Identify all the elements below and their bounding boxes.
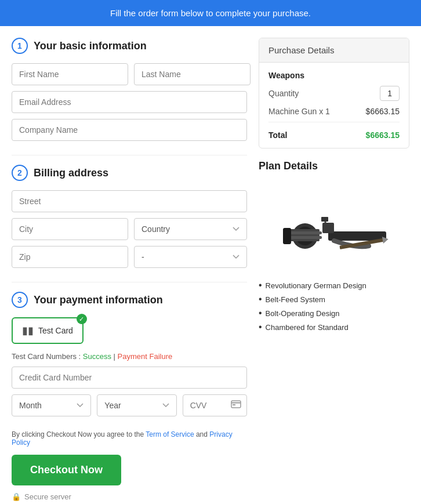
item-name: Machine Gun x 1	[268, 107, 330, 116]
payment-header: 3 Your payment information	[12, 292, 247, 308]
item-price: $6663.15	[366, 107, 400, 116]
cvv-wrapper	[183, 394, 247, 416]
quantity-value[interactable]: 1	[380, 86, 400, 101]
quantity-label: Quantity	[268, 89, 299, 98]
svg-rect-12	[322, 223, 334, 233]
purchase-details-body: Weapons Quantity 1 Machine Gun x 1 $6663…	[259, 63, 409, 148]
card-option-button[interactable]: ▮▮ Test Card ✓	[12, 317, 84, 344]
city-country-row: Country United States United Kingdom Ger…	[12, 218, 247, 240]
city-input[interactable]	[12, 218, 128, 240]
secure-label: Secure server	[24, 492, 71, 501]
last-name-input[interactable]	[134, 63, 251, 85]
email-row	[12, 91, 247, 113]
month-select[interactable]: Month 01 02 03 12	[12, 394, 91, 416]
section-number-1: 1	[12, 38, 28, 54]
tos-link[interactable]: Term of Service	[146, 430, 194, 438]
plan-details-section: Plan Details	[259, 160, 409, 332]
basic-info-header: 1 Your basic information	[12, 38, 247, 54]
basic-info-title: Your basic information	[34, 40, 147, 52]
credit-card-icon: ▮▮	[22, 324, 34, 337]
plan-feature-item: Chambered for Standard	[259, 322, 409, 332]
svg-rect-14	[321, 217, 328, 222]
svg-rect-9	[290, 231, 322, 234]
plan-features-list: Revolutionary German DesignBelt-Feed Sys…	[259, 280, 409, 332]
billing-section: 2 Billing address Country United States …	[12, 165, 247, 268]
svg-rect-11	[283, 228, 291, 244]
secure-info: 🔒 Secure server	[12, 492, 247, 501]
svg-rect-2	[233, 404, 235, 405]
country-select[interactable]: Country United States United Kingdom Ger…	[134, 218, 247, 240]
svg-rect-0	[231, 401, 241, 408]
first-name-input[interactable]	[12, 63, 128, 85]
checkout-button[interactable]: Checkout Now	[12, 455, 121, 485]
email-input[interactable]	[12, 91, 247, 113]
total-label: Total	[268, 130, 287, 140]
plan-details-title: Plan Details	[259, 160, 409, 172]
test-card-label: Test Card Numbers :	[12, 352, 81, 361]
purchase-details-card: Purchase Details Weapons Quantity 1 Mach…	[259, 38, 409, 148]
plan-feature-item: Revolutionary German Design	[259, 280, 409, 291]
cvv-card-icon	[231, 400, 241, 411]
plan-feature-item: Bolt-Operating Design	[259, 308, 409, 318]
failure-link[interactable]: Payment Failure	[118, 352, 173, 361]
item-row: Machine Gun x 1 $6663.15	[268, 107, 400, 122]
success-link[interactable]: Success	[83, 352, 111, 361]
section-number-3: 3	[12, 292, 28, 308]
section-number-2: 2	[12, 165, 28, 181]
basic-info-section: 1 Your basic information	[12, 38, 247, 141]
terms-text: By clicking Checkout Now you agree to th…	[12, 430, 247, 447]
zip-state-row: - California New York	[12, 246, 247, 268]
zip-input[interactable]	[12, 246, 128, 268]
cc-number-row	[12, 367, 247, 389]
right-panel: Purchase Details Weapons Quantity 1 Mach…	[259, 38, 409, 504]
weapon-svg	[276, 185, 392, 266]
name-row	[12, 63, 247, 85]
weapon-image	[259, 179, 409, 272]
weapons-label: Weapons	[268, 71, 400, 80]
total-price: $6663.15	[366, 130, 400, 140]
svg-rect-10	[290, 236, 322, 239]
exp-cvv-row: Month 01 02 03 12 Year 2024 2025 2026	[12, 394, 247, 416]
billing-title: Billing address	[34, 167, 108, 179]
street-row	[12, 190, 247, 212]
terms-before: By clicking Checkout Now you agree to th…	[12, 430, 146, 438]
terms-and: and	[194, 430, 210, 438]
quantity-row: Quantity 1	[268, 86, 400, 101]
test-card-info: Test Card Numbers : Success | Payment Fa…	[12, 352, 247, 361]
company-row	[12, 119, 247, 141]
left-panel: 1 Your basic information 2 Billing addre…	[12, 38, 247, 504]
cc-number-input[interactable]	[12, 367, 247, 389]
check-badge: ✓	[77, 314, 87, 324]
company-input[interactable]	[12, 119, 247, 141]
year-select[interactable]: Year 2024 2025 2026	[97, 394, 176, 416]
plan-feature-item: Belt-Feed System	[259, 294, 409, 304]
state-select[interactable]: - California New York	[134, 246, 247, 268]
total-row: Total $6663.15	[268, 128, 400, 140]
card-option-label: Test Card	[38, 326, 73, 335]
banner-text: Fill the order form below to complete yo…	[110, 8, 311, 18]
top-banner: Fill the order form below to complete yo…	[0, 0, 421, 26]
purchase-details-header: Purchase Details	[259, 38, 409, 63]
payment-section: 3 Your payment information ▮▮ Test Card …	[12, 292, 247, 416]
lock-icon: 🔒	[12, 492, 21, 501]
billing-header: 2 Billing address	[12, 165, 247, 181]
street-input[interactable]	[12, 190, 247, 212]
payment-title: Your payment information	[34, 294, 163, 306]
